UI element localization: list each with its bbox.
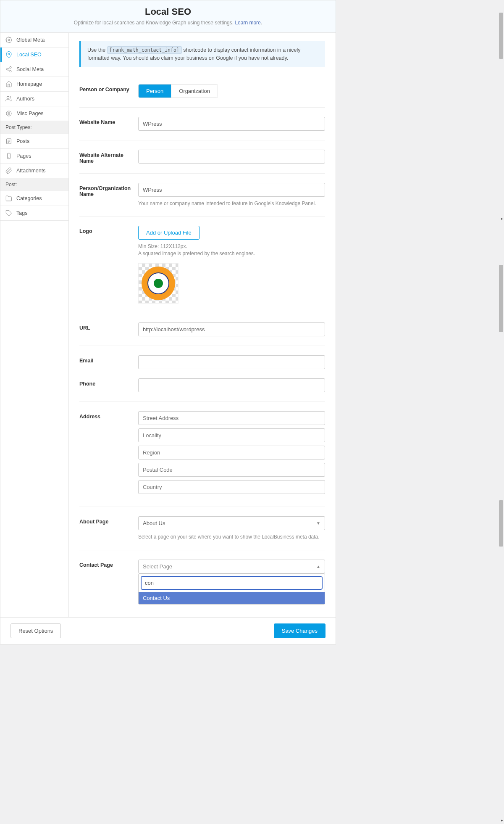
learn-more-link[interactable]: Learn more	[235, 20, 260, 26]
clip-icon	[5, 167, 12, 174]
sidebar-item-local-seo[interactable]: Local SEO	[0, 48, 68, 62]
users-icon	[5, 95, 12, 102]
url-input[interactable]	[138, 322, 325, 336]
sidebar-label: Social Meta	[16, 66, 44, 72]
svg-point-4	[10, 71, 11, 72]
sidebar-item-homepage[interactable]: Homepage	[0, 77, 68, 92]
sidebar-item-posts[interactable]: Posts	[0, 134, 68, 149]
label-email: Email	[79, 355, 138, 369]
post-icon	[5, 138, 12, 145]
sidebar-group-post: Post:	[0, 178, 68, 191]
contact-option-contact-us[interactable]: Contact Us	[139, 592, 325, 604]
phone-input[interactable]	[138, 378, 325, 392]
home-icon	[5, 81, 12, 87]
street-input[interactable]	[138, 411, 325, 425]
sidebar-label: Pages	[16, 153, 31, 159]
option-person[interactable]: Person	[139, 85, 171, 98]
sidebar: Global Meta Local SEO Social Meta Homepa…	[0, 33, 69, 617]
label-url: URL	[79, 322, 138, 336]
about-page-select[interactable]: About Us ▼	[138, 516, 325, 530]
option-organization[interactable]: Organization	[171, 85, 218, 98]
scrollbar-thumb-2[interactable]	[499, 265, 503, 332]
logo-preview[interactable]	[138, 263, 178, 304]
label-person-company: Person or Company	[79, 84, 138, 98]
sidebar-item-tags[interactable]: Tags	[0, 206, 68, 221]
scrollbar-track[interactable]: ▸ ▸	[498, 0, 504, 644]
label-logo: Logo	[79, 226, 138, 304]
email-input[interactable]	[138, 355, 325, 369]
label-about-page: About Page	[79, 516, 138, 541]
sidebar-item-attachments[interactable]: Attachments	[0, 164, 68, 178]
page-title: Local SEO	[9, 6, 327, 17]
sidebar-label: Attachments	[16, 168, 45, 174]
shortcode: [rank_math_contact_info]	[107, 46, 182, 54]
sidebar-label: Homepage	[16, 81, 42, 87]
upload-logo-button[interactable]: Add or Upload File	[138, 226, 200, 240]
sidebar-label: Posts	[16, 138, 29, 144]
label-contact-page: Contact Page	[79, 560, 138, 605]
save-button[interactable]: Save Changes	[274, 623, 326, 638]
org-name-input[interactable]	[138, 183, 325, 197]
scrollbar-thumb-1[interactable]	[499, 13, 503, 59]
app-container: Local SEO Optimize for local searches an…	[0, 0, 336, 644]
svg-point-1	[8, 53, 10, 55]
logo-help: Min Size: 112X112px. A squared image is …	[138, 243, 325, 257]
pin-icon	[5, 51, 12, 58]
sidebar-item-social-meta[interactable]: Social Meta	[0, 62, 68, 77]
reset-button[interactable]: Reset Options	[10, 623, 61, 638]
svg-rect-16	[8, 153, 10, 158]
tag-icon	[5, 210, 12, 217]
gear-icon	[5, 37, 12, 43]
sidebar-group-post-types: Post Types:	[0, 121, 68, 134]
org-name-help: Your name or company name intended to fe…	[138, 200, 325, 207]
page-subtitle: Optimize for local searches and Knowledg…	[9, 20, 327, 26]
svg-point-0	[8, 39, 10, 41]
person-company-toggle: Person Organization	[138, 84, 218, 98]
label-address: Address	[79, 411, 138, 497]
label-website-alt: Website Alternate Name	[79, 150, 138, 164]
sidebar-item-authors[interactable]: Authors	[0, 92, 68, 106]
sidebar-label: Categories	[16, 195, 42, 201]
postal-input[interactable]	[138, 463, 325, 477]
sidebar-label: Global Meta	[16, 37, 45, 43]
contact-page-dropdown: Contact Us	[138, 573, 325, 605]
folder-icon	[5, 195, 12, 202]
page-header: Local SEO Optimize for local searches an…	[0, 0, 336, 33]
label-website-name: Website Name	[79, 117, 138, 131]
svg-line-5	[8, 70, 10, 71]
region-input[interactable]	[138, 446, 325, 460]
sidebar-item-pages[interactable]: Pages	[0, 149, 68, 164]
svg-line-6	[8, 68, 10, 69]
scroll-arrow-icon[interactable]: ▸	[501, 217, 503, 221]
chevron-up-icon: ▲	[316, 564, 320, 569]
website-alt-input[interactable]	[138, 150, 325, 164]
main-content: Use the [rank_math_contact_info] shortco…	[69, 33, 336, 617]
sidebar-item-categories[interactable]: Categories	[0, 191, 68, 206]
sidebar-item-misc[interactable]: Misc Pages	[0, 106, 68, 121]
sidebar-label: Tags	[16, 210, 27, 216]
scrollbar-thumb-3[interactable]	[499, 500, 503, 547]
share-icon	[5, 66, 12, 73]
svg-point-7	[7, 96, 9, 98]
page-icon	[5, 153, 12, 159]
svg-point-3	[6, 69, 8, 70]
contact-search-input[interactable]	[141, 576, 322, 589]
label-org-name: Person/Organization Name	[79, 183, 138, 207]
info-notice: Use the [rank_math_contact_info] shortco…	[79, 41, 325, 67]
sidebar-label: Local SEO	[16, 52, 42, 58]
chevron-down-icon: ▼	[316, 521, 320, 526]
svg-point-2	[10, 66, 11, 68]
locality-input[interactable]	[138, 428, 325, 442]
sidebar-item-global-meta[interactable]: Global Meta	[0, 33, 68, 48]
footer-bar: Reset Options Save Changes	[0, 617, 336, 644]
country-input[interactable]	[138, 480, 325, 494]
sidebar-label: Authors	[16, 96, 34, 102]
website-name-input[interactable]	[138, 117, 325, 131]
list-icon	[5, 110, 12, 117]
label-phone: Phone	[79, 378, 138, 392]
sidebar-label: Misc Pages	[16, 111, 44, 116]
contact-page-select[interactable]: Select Page ▲	[138, 560, 325, 573]
about-page-help: Select a page on your site where you wan…	[138, 533, 325, 541]
